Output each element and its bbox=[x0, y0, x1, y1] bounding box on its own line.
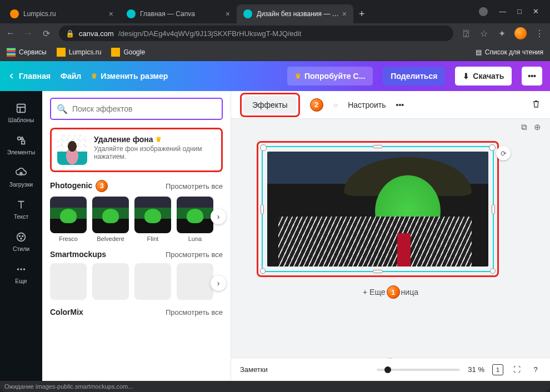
sidebar-label: Еще bbox=[15, 278, 27, 284]
reload-icon[interactable]: ⟳ bbox=[41, 28, 51, 39]
account-indicator-icon[interactable] bbox=[479, 7, 488, 16]
bookmark-lumpics[interactable]: Lumpics.ru bbox=[57, 48, 102, 57]
mockup-placeholder[interactable] bbox=[134, 263, 171, 300]
mockup-placeholder[interactable] bbox=[50, 263, 87, 300]
svg-point-9 bbox=[17, 268, 19, 270]
sidebar-item-text[interactable]: Текст bbox=[0, 193, 42, 225]
sidebar-item-elements[interactable]: Элементы bbox=[0, 129, 42, 161]
adjust-button[interactable]: Настроить bbox=[348, 100, 386, 109]
filter-label: Luna bbox=[177, 235, 213, 242]
crown-icon: ♛ bbox=[91, 72, 97, 80]
maximize-button[interactable]: □ bbox=[517, 7, 522, 16]
canvas-image[interactable] bbox=[267, 152, 488, 267]
home-link[interactable]: Главная bbox=[8, 72, 51, 81]
filter-flint[interactable]: Flint bbox=[134, 197, 171, 242]
bookmark-services[interactable]: Сервисы bbox=[7, 48, 47, 57]
duplicate-page-icon[interactable]: ⧉ bbox=[521, 122, 527, 132]
close-icon[interactable]: × bbox=[226, 9, 230, 18]
share-icon[interactable]: ⍰ bbox=[461, 28, 471, 38]
window-controls: — □ ✕ bbox=[457, 7, 547, 16]
filter-belvedere[interactable]: Belvedere bbox=[92, 197, 129, 242]
tab-canva-design[interactable]: Дизайн без названия — 1280 × bbox=[237, 4, 353, 23]
svg-point-10 bbox=[20, 268, 22, 270]
tab-strip: Lumpics.ru × Главная — Canva × Дизайн бе… bbox=[3, 0, 457, 23]
canvas-viewport[interactable]: ⧉ ⊕ ⟳ + Еще 1 bbox=[231, 119, 550, 358]
zoom-slider[interactable] bbox=[377, 369, 460, 371]
url-input[interactable]: 🔒 canva.com/design/DAEg4v4qWVg/9J13jSKXF… bbox=[59, 26, 453, 41]
home-label: Главная bbox=[19, 72, 51, 81]
mockup-placeholder[interactable] bbox=[177, 263, 213, 300]
close-window-button[interactable]: ✕ bbox=[533, 7, 539, 16]
profile-avatar[interactable] bbox=[514, 27, 527, 39]
mockup-placeholder[interactable] bbox=[92, 263, 129, 300]
sidebar-item-more[interactable]: Еще bbox=[0, 258, 42, 290]
sidebar-item-uploads[interactable]: Загрузки bbox=[0, 161, 42, 193]
reading-list[interactable]: ▤ Список для чтения bbox=[476, 48, 543, 56]
see-all-link[interactable]: Просмотреть все bbox=[166, 182, 223, 190]
crop-button[interactable]: ○ bbox=[333, 100, 338, 109]
url-path: /design/DAEg4v4qWVg/9J13jSKXFBrHUkswgT-M… bbox=[118, 29, 301, 38]
search-field[interactable] bbox=[72, 104, 216, 113]
see-all-link[interactable]: Просмотреть все bbox=[166, 308, 223, 316]
sidebar-label: Шаблоны bbox=[8, 117, 34, 123]
sidebar-item-styles[interactable]: Стили bbox=[0, 225, 42, 258]
menu-icon[interactable]: ⋮ bbox=[534, 28, 544, 39]
effects-button[interactable]: Эффекты bbox=[243, 96, 297, 114]
see-all-link[interactable]: Просмотреть все bbox=[166, 250, 223, 259]
browser-titlebar: Lumpics.ru × Главная — Canva × Дизайн бе… bbox=[0, 0, 550, 23]
svg-point-6 bbox=[19, 235, 20, 237]
toolbar-more-button[interactable]: ••• bbox=[396, 100, 404, 109]
more-button[interactable]: ••• bbox=[522, 67, 542, 86]
next-arrow-button[interactable]: › bbox=[211, 209, 226, 224]
bookmarks-bar: Сервисы Lumpics.ru Google ▤ Список для ч… bbox=[0, 43, 550, 61]
step-badge-1: 1 bbox=[387, 285, 400, 299]
sidebar-label: Текст bbox=[14, 213, 28, 220]
filter-luna[interactable]: Luna bbox=[177, 197, 213, 242]
help-icon[interactable]: ? bbox=[530, 364, 541, 375]
add-page-icon[interactable]: ⊕ bbox=[534, 122, 541, 132]
share-button[interactable]: Поделиться bbox=[383, 67, 445, 86]
add-page-button[interactable]: + Еще 1 ница bbox=[231, 285, 550, 299]
section-title: Smartmockups bbox=[50, 250, 106, 259]
bg-remove-desc: Удаляйте фон изображений одним нажатием. bbox=[94, 145, 216, 160]
file-menu[interactable]: Файл bbox=[61, 72, 81, 81]
sidebar-item-templates[interactable]: Шаблоны bbox=[0, 97, 42, 129]
selection-frame[interactable] bbox=[262, 146, 494, 272]
trash-icon[interactable] bbox=[531, 99, 541, 111]
try-pro-button[interactable]: ♛Попробуйте C... bbox=[287, 67, 373, 86]
forward-icon: → bbox=[23, 28, 33, 38]
filter-label: Fresco bbox=[50, 235, 87, 242]
bookmark-label: Список для чтения bbox=[485, 48, 543, 56]
svg-rect-0 bbox=[17, 104, 26, 113]
fullscreen-icon[interactable]: ⛶ bbox=[511, 364, 522, 375]
new-tab-button[interactable]: + bbox=[353, 8, 371, 20]
search-effects-input[interactable]: 🔍 bbox=[50, 98, 223, 120]
bookmark-google[interactable]: Google bbox=[111, 48, 145, 57]
tab-lumpics[interactable]: Lumpics.ru × bbox=[3, 4, 120, 23]
close-icon[interactable]: × bbox=[342, 9, 347, 18]
resize-menu[interactable]: ♛Изменить размер bbox=[91, 72, 168, 81]
image-toolbar: Эффекты 2 ○ Настроить ••• bbox=[231, 91, 550, 119]
next-arrow-button[interactable]: › bbox=[211, 275, 226, 291]
svg-point-11 bbox=[23, 268, 25, 270]
sidebar-label: Элементы bbox=[7, 149, 35, 155]
zoom-value: 31 % bbox=[468, 365, 484, 374]
close-icon[interactable]: × bbox=[109, 9, 113, 18]
minimize-button[interactable]: — bbox=[499, 7, 506, 16]
download-button[interactable]: ⬇Скачать bbox=[455, 67, 512, 86]
effects-panel: 🔍 Удаление фона♛ Удаляйте фон изображени… bbox=[42, 91, 231, 381]
background-remove-card[interactable]: Удаление фона♛ Удаляйте фон изображений … bbox=[50, 128, 223, 172]
crown-icon: ♛ bbox=[295, 72, 301, 80]
browser-status-bar: Ожидание images-public.smartmockups.com.… bbox=[0, 381, 550, 392]
filter-fresco[interactable]: Fresco bbox=[50, 197, 87, 242]
rotate-handle[interactable]: ⟳ bbox=[496, 146, 511, 160]
back-icon[interactable]: ← bbox=[6, 28, 16, 38]
pages-grid-button[interactable]: 1 bbox=[492, 364, 503, 375]
tab-canva-home[interactable]: Главная — Canva × bbox=[120, 4, 237, 23]
expand-panel-caret-icon[interactable]: ︿ bbox=[388, 354, 393, 361]
lock-icon: 🔒 bbox=[66, 29, 74, 38]
extensions-icon[interactable]: ✦ bbox=[497, 28, 507, 39]
notes-button[interactable]: Заметки bbox=[240, 365, 268, 374]
bookmark-star-icon[interactable]: ☆ bbox=[479, 28, 489, 39]
step-badge-2: 2 bbox=[310, 98, 323, 112]
